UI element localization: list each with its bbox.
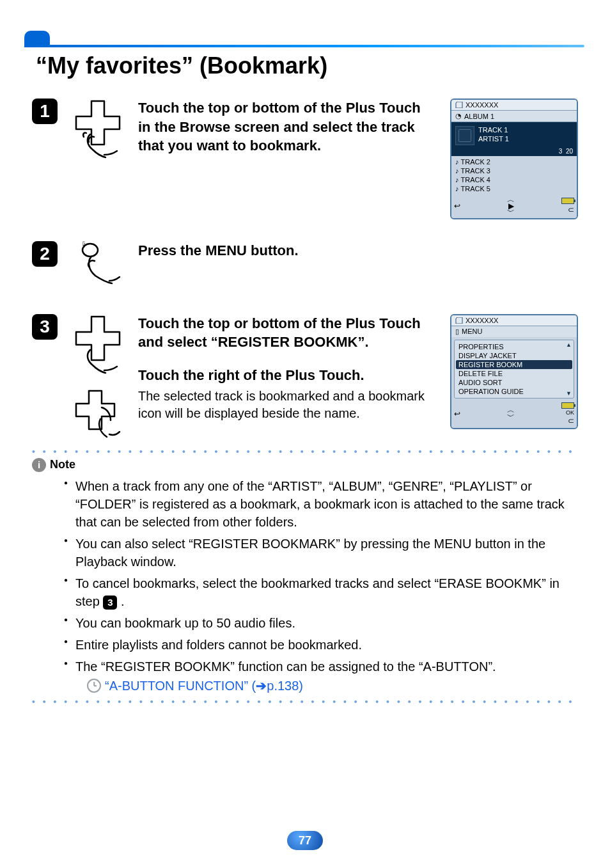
note-icon: ♪ xyxy=(455,167,459,175)
sd-icon xyxy=(455,102,463,108)
ref-text: “A-BUTTON FUNCTION” ( xyxy=(105,679,256,693)
return-icon: ⊂ xyxy=(568,205,574,214)
ok-label: OK xyxy=(566,409,574,416)
step-2: 2 MENU Press the MENU button. xyxy=(32,241,578,292)
page-footer: 77 xyxy=(0,831,610,850)
sd-icon xyxy=(455,317,463,324)
note-text: To cancel bookmarks, select the bookmark… xyxy=(75,576,559,608)
track-list: ♪TRACK 2 ♪TRACK 3 ♪TRACK 4 ♪TRACK 5 xyxy=(451,156,577,196)
menu-panel: ▲ PROPERTIES DISPLAY JACKET REGISTER BOO… xyxy=(454,340,574,398)
note-item: The “REGISTER BOOKMK” function can be as… xyxy=(64,658,578,695)
menu-item: DISPLAY JACKET xyxy=(456,351,572,360)
device-footer: ↩ ︿ ﹀ OK ⊂ xyxy=(451,401,577,428)
ref-page: p.138) xyxy=(267,679,303,693)
plus-touch-right-icon xyxy=(72,388,123,443)
step-3-body: Touch the top or bottom of the Plus Touc… xyxy=(138,314,439,422)
device-subtitle: ALBUM 1 xyxy=(464,113,494,120)
step-1-icon xyxy=(69,99,127,160)
step-3-icons xyxy=(69,314,127,443)
note-item: You can also select “REGISTER BOOKMARK” … xyxy=(64,535,578,571)
menu-item-selected: REGISTER BOOKM xyxy=(456,360,572,369)
dot-divider: • • • • • • • • • • • • • • • • • • • • … xyxy=(32,700,578,704)
note-item: Entire playlists and folders cannot be b… xyxy=(64,636,578,654)
step-3: 3 Touch the top or bottom of the Plus To… xyxy=(32,314,578,443)
track-label: TRACK 5 xyxy=(461,185,490,193)
now-playing-info: TRACK 1 ARTIST 1 xyxy=(478,126,509,145)
loop-icon: ↩ xyxy=(454,201,460,210)
nav-pad-icon: ︿ ▶ ﹀ xyxy=(507,197,515,216)
menu-item: OPERATION GUIDE xyxy=(456,387,572,396)
page-number-badge: 77 xyxy=(287,831,323,850)
np-total: 20 xyxy=(566,148,573,155)
step-number-badge: 1 xyxy=(32,99,58,124)
screenshot-browse: XXXXXXX ◔ ALBUM 1 TRACK 1 ARTIST 1 3 20 … xyxy=(450,99,578,219)
step-1-body: Touch the top or bottom of the Plus Touc… xyxy=(138,99,439,155)
info-icon: i xyxy=(32,458,46,472)
device-titlebar: XXXXXXX xyxy=(451,315,577,326)
step-2-body: Press the MENU button. xyxy=(138,241,439,260)
note-icon: ♪ xyxy=(455,158,459,166)
step-number-badge: 3 xyxy=(32,314,58,340)
cross-reference-link[interactable]: “A-BUTTON FUNCTION” (➔p.138) xyxy=(105,677,303,695)
return-icon: ⊂ xyxy=(568,416,574,425)
menu-item: DELETE FILE xyxy=(456,369,572,378)
menu-item: PROPERTIES xyxy=(456,342,572,351)
device-title: XXXXXXX xyxy=(465,317,498,324)
note-icon: ♪ xyxy=(455,185,459,193)
disc-icon: ◔ xyxy=(455,112,462,120)
chevron-down-icon: ﹀ xyxy=(507,209,515,216)
np-index: 3 xyxy=(559,148,563,155)
screenshot-menu: XXXXXXX ▯ MENU ▲ PROPERTIES DISPLAY JACK… xyxy=(450,314,578,429)
note-header: i Note xyxy=(32,458,578,472)
track-label: TRACK 2 xyxy=(461,158,490,166)
note-icon: ♪ xyxy=(455,176,459,184)
step-2-icon: MENU xyxy=(69,241,127,292)
menu-label: MENU xyxy=(462,327,482,335)
note-item: To cancel bookmarks, select the bookmark… xyxy=(64,574,578,610)
note-text: The “REGISTER BOOKMK” function can be as… xyxy=(75,659,496,674)
device-titlebar: XXXXXXX xyxy=(451,100,577,111)
page-title: “My favorites” (Bookmark) xyxy=(32,38,578,79)
note-item: When a track from any one of the “ARTIST… xyxy=(64,477,578,531)
plus-touch-vertical-icon xyxy=(72,314,123,375)
plus-touch-vertical-icon xyxy=(72,99,123,160)
device-footer: ↩ ︿ ▶ ﹀ ⊂ xyxy=(451,196,577,218)
track-label: TRACK 3 xyxy=(461,167,490,175)
step-3-sub-desc: The selected track is bookmarked and a b… xyxy=(138,388,432,422)
battery-icon xyxy=(561,198,574,204)
note-item: You can bookmark up to 50 audio files. xyxy=(64,614,578,632)
step-number-badge: 2 xyxy=(32,241,58,267)
device-shell: XXXXXXX ◔ ALBUM 1 TRACK 1 ARTIST 1 3 20 … xyxy=(450,99,578,219)
svg-text:MENU: MENU xyxy=(82,241,86,248)
device-subtitle-row: ◔ ALBUM 1 xyxy=(451,111,577,122)
doc-icon: ▯ xyxy=(455,327,459,336)
list-item: ♪TRACK 3 xyxy=(454,166,574,175)
np-artist: ARTIST 1 xyxy=(478,135,509,144)
scroll-up-icon: ▲ xyxy=(566,342,572,348)
album-art-icon xyxy=(455,126,474,145)
np-track: TRACK 1 xyxy=(478,126,509,135)
scroll-down-icon: ▼ xyxy=(566,390,572,397)
dot-divider: • • • • • • • • • • • • • • • • • • • • … xyxy=(32,450,578,454)
note-label: Note xyxy=(50,458,75,471)
step-3-sub-headline: Touch the right of the Plus Touch. xyxy=(138,367,432,384)
np-counter: 3 20 xyxy=(451,148,577,156)
device-title: XXXXXXX xyxy=(465,101,498,109)
list-item: ♪TRACK 2 xyxy=(454,157,574,166)
chevron-down-icon: ﹀ xyxy=(507,414,515,420)
step-3-headline: Touch the top or bottom of the Plus Touc… xyxy=(138,314,432,352)
list-item: ♪TRACK 5 xyxy=(454,184,574,193)
note-list: When a track from any one of the “ARTIST… xyxy=(32,477,578,695)
loop-icon: ↩ xyxy=(454,409,460,418)
step-2-headline: Press the MENU button. xyxy=(138,241,432,260)
menu-item: AUDIO SORT xyxy=(456,378,572,387)
arrow-right-icon: ➔ xyxy=(256,679,267,693)
list-item: ♪TRACK 4 xyxy=(454,175,574,184)
cross-reference: “A-BUTTON FUNCTION” (➔p.138) xyxy=(75,677,578,695)
nav-pad-icon: ︿ ﹀ xyxy=(507,407,515,420)
step-1: 1 Touch the top or bottom of the Plus To… xyxy=(32,99,578,219)
now-playing-panel: TRACK 1 ARTIST 1 xyxy=(451,122,577,148)
battery-icon xyxy=(561,402,574,409)
page-title-wrap: “My favorites” (Bookmark) xyxy=(32,38,578,79)
inline-step-badge: 3 xyxy=(103,596,117,610)
